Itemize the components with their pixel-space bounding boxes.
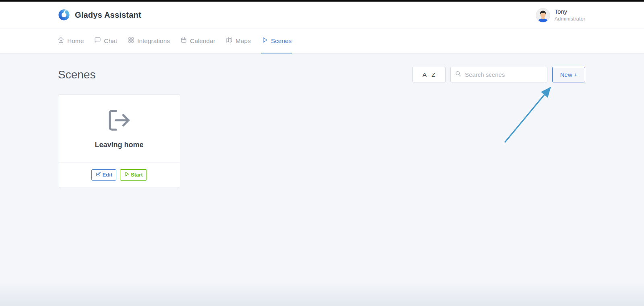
app-title: Gladys Assistant <box>75 10 141 20</box>
start-label: Start <box>131 172 143 178</box>
scene-name: Leaving home <box>95 141 143 149</box>
bottom-shade <box>0 282 644 306</box>
scene-card: Leaving home Edit Start <box>58 94 180 187</box>
log-out-icon <box>107 108 132 133</box>
search-box <box>450 67 547 82</box>
edit-icon <box>95 171 101 178</box>
toolbar: A - Z New + <box>412 67 585 82</box>
user-avatar <box>536 8 550 23</box>
nav-label: Scenes <box>271 37 292 45</box>
scene-card-body[interactable]: Leaving home <box>58 95 180 162</box>
play-icon <box>124 171 130 178</box>
home-icon <box>58 37 64 45</box>
app-header: Gladys Assistant Tony Administrator <box>0 2 644 29</box>
page-header: Scenes A - Z New + <box>58 67 585 82</box>
user-menu[interactable]: Tony Administrator <box>536 8 585 23</box>
nav-label: Maps <box>235 37 251 45</box>
calendar-icon <box>180 37 187 45</box>
edit-label: Edit <box>102 172 112 178</box>
user-role: Administrator <box>554 16 585 22</box>
chat-icon <box>94 37 101 45</box>
nav-label: Home <box>67 37 84 45</box>
nav-item-scenes[interactable]: Scenes <box>261 29 292 53</box>
edit-scene-button[interactable]: Edit <box>91 169 116 181</box>
main-nav: Home Chat Integrations Calendar Maps Sce… <box>0 29 644 53</box>
grid-icon <box>128 37 134 45</box>
nav-item-home[interactable]: Home <box>58 29 84 53</box>
sort-value: A - Z <box>423 71 436 78</box>
page-title: Scenes <box>58 68 95 81</box>
nav-item-calendar[interactable]: Calendar <box>180 29 215 53</box>
scenes-grid: Leaving home Edit Start <box>58 94 585 187</box>
search-input[interactable] <box>465 71 543 78</box>
start-scene-button[interactable]: Start <box>120 169 147 181</box>
nav-label: Integrations <box>137 37 170 45</box>
gladys-logo-icon <box>58 8 70 22</box>
nav-item-chat[interactable]: Chat <box>94 29 117 53</box>
nav-label: Calendar <box>190 37 215 45</box>
brand[interactable]: Gladys Assistant <box>58 8 141 22</box>
new-scene-button[interactable]: New + <box>552 67 585 82</box>
sort-select[interactable]: A - Z <box>412 67 446 82</box>
nav-item-integrations[interactable]: Integrations <box>128 29 170 53</box>
user-name: Tony <box>554 8 585 16</box>
nav-item-maps[interactable]: Maps <box>226 29 251 53</box>
play-icon <box>261 37 268 45</box>
search-icon <box>455 70 462 79</box>
scene-card-footer: Edit Start <box>58 162 180 187</box>
main-content: Scenes A - Z New + Leaving home <box>0 53 644 187</box>
map-icon <box>226 37 233 45</box>
nav-label: Chat <box>104 37 117 45</box>
